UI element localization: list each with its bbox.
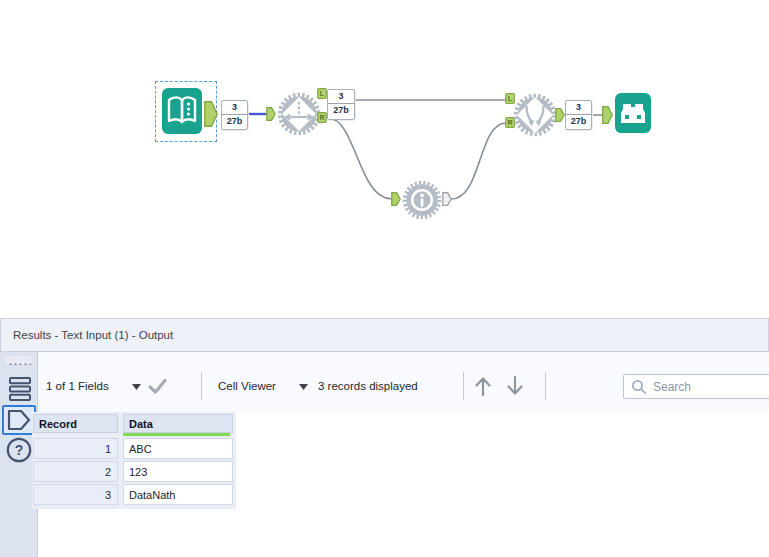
arrow-up-icon[interactable] — [473, 375, 493, 397]
search-input[interactable] — [653, 380, 769, 394]
search-box[interactable] — [623, 374, 769, 399]
binoculars-icon — [615, 93, 651, 133]
record-number-cell[interactable]: 1 — [33, 438, 118, 459]
svg-text:R: R — [507, 119, 512, 126]
left-output-anchor-icon[interactable]: L — [317, 88, 327, 99]
toolbar-divider — [201, 372, 202, 400]
svg-text:L: L — [320, 90, 325, 97]
selected-column-underline — [123, 433, 230, 436]
input-anchor-icon[interactable] — [391, 192, 401, 206]
apply-checkmark-icon[interactable] — [147, 377, 168, 395]
cell-viewer-dropdown[interactable]: Cell Viewer — [218, 380, 276, 392]
metadata-view-button-selected[interactable] — [2, 405, 36, 435]
search-icon — [631, 379, 647, 395]
info-macro-tool[interactable] — [402, 180, 442, 220]
column-header-data[interactable]: Data — [123, 414, 233, 433]
output-anchor-icon[interactable] — [555, 108, 565, 122]
fields-dropdown[interactable]: 1 of 1 Fields — [46, 380, 109, 392]
connection-to-info-macro[interactable] — [328, 118, 392, 199]
input-anchor-icon[interactable] — [602, 106, 613, 124]
results-panel-header: Results - Text Input (1) - Output — [0, 318, 769, 352]
toolbar-divider — [545, 372, 546, 400]
union-macro-tool[interactable] — [513, 93, 557, 137]
connection-annotation[interactable]: 3 27b — [565, 100, 592, 130]
arrow-down-icon[interactable] — [505, 375, 525, 397]
toolbar-divider — [463, 372, 464, 400]
output-anchor-unconnected-icon[interactable] — [442, 192, 452, 206]
column-header-record[interactable]: Record — [33, 414, 118, 433]
svg-text:R: R — [319, 114, 324, 121]
workflow-canvas[interactable]: 3 27b L R — [0, 0, 769, 318]
browse-tool[interactable] — [615, 93, 651, 133]
records-displayed-label: 3 records displayed — [318, 380, 418, 392]
text-input-tool[interactable] — [162, 88, 202, 134]
alteryx-designer-window: 3 27b L R — [0, 0, 769, 557]
tag-pentagon-icon — [6, 408, 32, 432]
connection-annotation[interactable]: 3 27b — [221, 100, 248, 130]
help-icon[interactable]: ? — [5, 436, 33, 464]
chevron-down-icon[interactable] — [132, 384, 141, 390]
data-cell[interactable]: 123 — [123, 461, 233, 482]
svg-text:?: ? — [15, 442, 24, 458]
record-number-cell[interactable]: 3 — [33, 484, 118, 505]
output-anchor-icon[interactable] — [204, 101, 218, 127]
record-number-cell[interactable]: 2 — [33, 461, 118, 482]
right-output-anchor-icon[interactable]: R — [317, 112, 327, 123]
connection-annotation[interactable]: 3 27b — [327, 89, 355, 120]
data-cell[interactable]: DataNath — [123, 484, 233, 505]
chevron-down-icon[interactable] — [299, 384, 308, 390]
connection-from-info-macro[interactable] — [451, 123, 506, 199]
drag-handle-dots[interactable] — [5, 356, 33, 365]
input-anchor-icon[interactable] — [266, 107, 276, 121]
split-macro-tool[interactable] — [277, 92, 321, 136]
open-book-icon — [162, 88, 202, 134]
data-cell[interactable]: ABC — [123, 438, 233, 459]
results-panel-title: Results - Text Input (1) - Output — [13, 329, 173, 341]
table-view-icon[interactable] — [9, 377, 31, 401]
connection-wires — [0, 0, 769, 318]
